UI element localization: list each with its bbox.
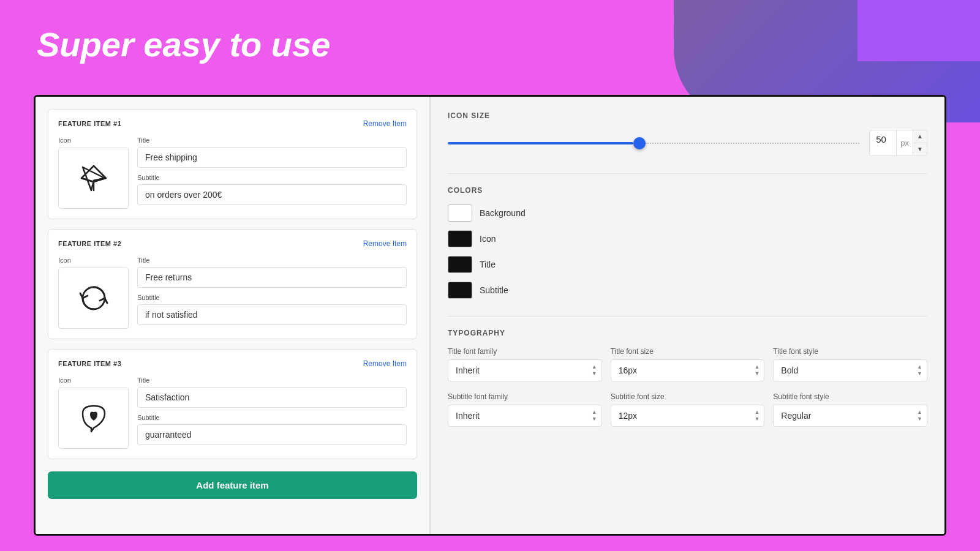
subtitle-label-1: Subtitle (137, 174, 407, 181)
title-font-style-field: Title font style Bold ▲ ▼ (773, 347, 927, 381)
title-typography-row: Title font family Inherit ▲ ▼ Title font… (448, 347, 927, 381)
subtitle-input-2[interactable] (137, 304, 407, 325)
px-arrow-down[interactable]: ▼ (913, 143, 927, 156)
subtitle-font-family-label: Subtitle font family (448, 392, 602, 401)
icon-section-1: Icon (58, 137, 129, 209)
title-font-family-select[interactable]: Inherit (448, 359, 602, 381)
fields-section-1: Title Subtitle (137, 137, 407, 205)
fields-section-2: Title Subtitle (137, 257, 407, 325)
subtitle-font-family-select-wrapper: Inherit ▲ ▼ (448, 405, 602, 427)
subtitle-font-style-label: Subtitle font style (773, 392, 927, 401)
color-name-subtitle: Subtitle (480, 285, 508, 295)
feature-item-1-header: FEATURE ITEM #1 Remove Item (58, 119, 407, 128)
right-panel: ICON SIZE 50 px ▲ ▼ COL (431, 97, 944, 534)
heart-chat-icon (77, 401, 111, 435)
title-label-2: Title (137, 257, 407, 264)
remove-item-2-button[interactable]: Remove Item (363, 239, 407, 248)
color-swatch-icon[interactable] (448, 230, 472, 247)
color-row-icon: Icon (448, 230, 927, 247)
slider-track-right (646, 143, 860, 144)
subtitle-font-style-select-wrapper: Regular ▲ ▼ (773, 405, 927, 427)
color-row-subtitle: Subtitle (448, 282, 927, 299)
subtitle-input-3[interactable] (137, 424, 407, 445)
title-input-2[interactable] (137, 267, 407, 288)
px-arrows: ▲ ▼ (913, 130, 927, 156)
title-font-size-select[interactable]: 16px (611, 359, 765, 381)
typography-section: TYPOGRAPHY Title font family Inherit ▲ ▼ (448, 329, 927, 427)
icon-size-label: ICON SIZE (448, 111, 927, 120)
subtitle-font-family-field: Subtitle font family Inherit ▲ ▼ (448, 392, 602, 427)
subtitle-font-size-label: Subtitle font size (611, 392, 765, 401)
color-row-background: Background (448, 204, 927, 222)
icon-section-2: Icon (58, 257, 129, 329)
icon-label-3: Icon (58, 377, 129, 384)
title-font-family-select-wrapper: Inherit ▲ ▼ (448, 359, 602, 381)
title-font-family-label: Title font family (448, 347, 602, 356)
typography-label: TYPOGRAPHY (448, 329, 927, 337)
refresh-icon (77, 281, 111, 315)
icon-size-row: 50 px ▲ ▼ (448, 130, 927, 156)
hero-title: Super easy to use (37, 24, 330, 64)
color-name-background: Background (480, 208, 526, 218)
main-container: FEATURE ITEM #1 Remove Item Icon (34, 95, 946, 536)
colors-label: COLORS (448, 186, 927, 195)
remove-item-3-button[interactable]: Remove Item (363, 359, 407, 368)
feature-item-2-header: FEATURE ITEM #2 Remove Item (58, 239, 407, 248)
subtitle-input-1[interactable] (137, 184, 407, 205)
bg-decoration2 (858, 0, 980, 61)
px-arrow-up[interactable]: ▲ (913, 130, 927, 143)
feature-item-3-label: FEATURE ITEM #3 (58, 360, 121, 367)
fields-section-3: Title Subtitle (137, 377, 407, 445)
feature-item-2: FEATURE ITEM #2 Remove Item Icon (48, 229, 417, 339)
title-input-1[interactable] (137, 147, 407, 168)
add-feature-button[interactable]: Add feature item (48, 471, 417, 499)
title-input-3[interactable] (137, 387, 407, 408)
icon-box-2[interactable] (58, 268, 129, 329)
subtitle-font-style-select[interactable]: Regular (773, 405, 927, 427)
left-panel: FEATURE ITEM #1 Remove Item Icon (36, 97, 431, 534)
slider-thumb[interactable] (633, 137, 646, 149)
colors-section: COLORS Background Icon Title Subtitle (448, 186, 927, 299)
title-label-3: Title (137, 377, 407, 384)
send-icon (77, 161, 111, 195)
icon-box-3[interactable] (58, 388, 129, 449)
divider-1 (448, 173, 927, 174)
feature-item-3-body: Icon Title Subtitle (58, 377, 407, 449)
title-font-style-select-wrapper: Bold ▲ ▼ (773, 359, 927, 381)
title-font-style-select[interactable]: Bold (773, 359, 927, 381)
title-font-family-field: Title font family Inherit ▲ ▼ (448, 347, 602, 381)
divider-2 (448, 316, 927, 317)
feature-item-3-header: FEATURE ITEM #3 Remove Item (58, 359, 407, 368)
color-row-title: Title (448, 256, 927, 273)
color-name-icon: Icon (480, 234, 496, 244)
title-font-size-field: Title font size 16px ▲ ▼ (611, 347, 765, 381)
px-unit: px (896, 130, 913, 156)
feature-item-3: FEATURE ITEM #3 Remove Item Icon Title (48, 349, 417, 459)
icon-size-slider[interactable] (448, 137, 859, 149)
subtitle-font-family-select[interactable]: Inherit (448, 405, 602, 427)
icon-size-section: ICON SIZE 50 px ▲ ▼ (448, 111, 927, 156)
title-font-size-label: Title font size (611, 347, 765, 356)
color-swatch-title[interactable] (448, 256, 472, 273)
color-swatch-subtitle[interactable] (448, 282, 472, 299)
subtitle-label-3: Subtitle (137, 414, 407, 421)
subtitle-font-size-field: Subtitle font size 12px ▲ ▼ (611, 392, 765, 427)
subtitle-label-2: Subtitle (137, 294, 407, 301)
title-label-1: Title (137, 137, 407, 144)
subtitle-font-style-field: Subtitle font style Regular ▲ ▼ (773, 392, 927, 427)
feature-item-1: FEATURE ITEM #1 Remove Item Icon (48, 109, 417, 219)
subtitle-font-size-select-wrapper: 12px ▲ ▼ (611, 405, 765, 427)
icon-box-1[interactable] (58, 148, 129, 209)
color-name-title: Title (480, 260, 496, 269)
feature-item-1-body: Icon Title Su (58, 137, 407, 209)
icon-section-3: Icon (58, 377, 129, 449)
color-swatch-background[interactable] (448, 204, 472, 222)
px-value[interactable]: 50 (870, 130, 896, 156)
title-font-size-select-wrapper: 16px ▲ ▼ (611, 359, 765, 381)
icon-label-2: Icon (58, 257, 129, 264)
subtitle-font-size-select[interactable]: 12px (611, 405, 765, 427)
icon-label-1: Icon (58, 137, 129, 144)
feature-item-2-label: FEATURE ITEM #2 (58, 240, 121, 247)
remove-item-1-button[interactable]: Remove Item (363, 119, 407, 128)
title-font-style-label: Title font style (773, 347, 927, 356)
